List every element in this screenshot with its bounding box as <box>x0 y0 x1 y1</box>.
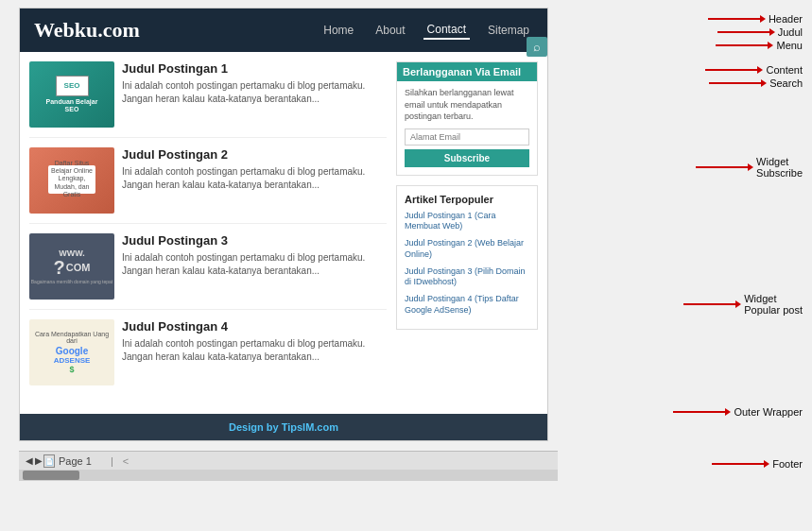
page-back-btn[interactable]: ◀ <box>25 455 34 466</box>
post-thumbnail-3: WWW. ? COM Bagaimana memilih domain yang… <box>29 233 114 300</box>
site-nav: Home About Contact Sitemap <box>320 21 533 40</box>
post-content-4: Judul Postingan 4 Ini adalah contoh post… <box>122 319 387 385</box>
post-content-1: Judul Postingan 1 Ini adalah contoh post… <box>122 61 387 128</box>
site-footer: Design by TipsIM.com <box>20 414 547 440</box>
nav-about[interactable]: About <box>371 22 408 39</box>
search-bar[interactable]: ⌕ <box>527 37 547 57</box>
scroll-area[interactable] <box>19 470 558 481</box>
thumbnail-label-1: Panduan BelajarSEO <box>46 98 98 114</box>
page-icon: 📄 <box>43 454 55 468</box>
post-thumbnail-2: Daftar Situs Belajar OnlineLengkap, Muda… <box>29 147 114 214</box>
popular-annotation: WidgetPopular post <box>683 293 803 316</box>
content-label: Content <box>766 64 803 76</box>
post-excerpt-3: Ini adalah contoh postingan pertamaku di… <box>122 251 387 278</box>
footer-link[interactable]: TipsIM.com <box>282 421 338 433</box>
post-item: WWW. ? COM Bagaimana memilih domain yang… <box>29 233 387 310</box>
header-label: Header <box>769 13 803 25</box>
post-title-3[interactable]: Judul Postingan 3 <box>122 233 387 248</box>
monitor-icon: SEO <box>56 76 89 96</box>
site-header: Webku.com Home About Contact Sitemap <box>20 9 547 52</box>
popular-item[interactable]: Judul Postingan 3 (Pilih Domain di IDweb… <box>405 266 529 288</box>
menu-annotation: Menu <box>716 40 803 51</box>
post-thumbnail-4: Cara Mendapatkan Uangdari Google ADSENSE… <box>29 319 114 385</box>
popular-item[interactable]: Judul Postingan 1 (Cara Membuat Web) <box>405 211 529 232</box>
adsense-pre-text: Cara Mendapatkan Uangdari <box>35 331 109 344</box>
page-label: Page 1 <box>59 455 92 467</box>
content-area: ⌕ SEO Panduan BelajarSEO Judul Posti <box>20 52 547 414</box>
post-excerpt-4: Ini adalah contoh postingan pertamaku di… <box>122 337 387 364</box>
bottom-bar-separator: | <box>111 455 113 467</box>
outer-wrapper-label: Outer Wrapper <box>734 406 803 418</box>
site-title: Webku.com <box>34 18 140 43</box>
question-mark: ? <box>54 258 65 277</box>
search-icon: ⌕ <box>533 40 541 54</box>
adsense-text: ADSENSE <box>54 356 91 365</box>
popular-widget-label: WidgetPopular post <box>744 293 803 316</box>
nav-contact[interactable]: Contact <box>423 21 470 40</box>
post-content-3: Judul Postingan 3 Ini adalah contoh post… <box>122 233 387 300</box>
subscribe-annotation: WidgetSubscribe <box>696 156 803 179</box>
sidebar: Berlangganan Via Email Silahkan berlangg… <box>396 61 538 404</box>
nav-home[interactable]: Home <box>320 22 357 39</box>
post-item: SEO Panduan BelajarSEO Judul Postingan 1… <box>29 61 387 138</box>
popular-title: Artikel Terpopuler <box>405 194 529 205</box>
search-label: Search <box>769 77 803 89</box>
email-input[interactable] <box>405 128 529 146</box>
page-forward-btn[interactable]: ▶ <box>34 455 43 466</box>
post-excerpt-1: Ini adalah contoh postingan pertamaku di… <box>122 79 387 106</box>
subscribe-header: Berlangganan Via Email <box>397 62 537 81</box>
header-annotation: Header <box>708 13 803 25</box>
post-excerpt-2: Ini adalah contoh postingan pertamaku di… <box>122 165 387 192</box>
subscribe-widget-label: WidgetSubscribe <box>756 156 803 179</box>
outer-wrapper-annotation: Outer Wrapper <box>673 406 803 418</box>
judul-annotation: Judul <box>717 26 803 38</box>
footer-text: Design by <box>229 421 282 433</box>
domain-sub: Bagaimana memilih domain yang tepat <box>31 279 112 284</box>
bottom-bar-right: < <box>123 455 129 467</box>
main-posts: SEO Panduan BelajarSEO Judul Postingan 1… <box>29 61 387 404</box>
bottom-bar: ◀ ▶ 📄 Page 1 | < <box>19 451 558 470</box>
widget-subscribe: Berlangganan Via Email Silahkan berlangg… <box>396 61 538 176</box>
menu-label: Menu <box>776 40 803 51</box>
content-annotation: Content <box>705 64 803 76</box>
footer-label: Footer <box>772 458 803 470</box>
search-annotation: Search <box>709 77 803 89</box>
popular-item[interactable]: Judul Postingan 2 (Web Belajar Online) <box>405 238 529 260</box>
footer-annotation: Footer <box>712 458 803 470</box>
judul-label: Judul <box>778 26 803 38</box>
subscribe-button[interactable]: Subscribe <box>405 149 529 167</box>
post-item: Cara Mendapatkan Uangdari Google ADSENSE… <box>29 319 387 395</box>
post-title-2[interactable]: Judul Postingan 2 <box>122 147 387 162</box>
popular-item[interactable]: Judul Postingan 4 (Tips Daftar Google Ad… <box>405 294 529 316</box>
post-title-4[interactable]: Judul Postingan 4 <box>122 319 387 334</box>
post-title-1[interactable]: Judul Postingan 1 <box>122 61 387 76</box>
post-thumbnail-1: SEO Panduan BelajarSEO <box>29 61 114 128</box>
dollar-icon: $ <box>69 365 74 374</box>
subscribe-desc: Silahkan berlangganan lewat email untuk … <box>405 87 529 123</box>
post-content-2: Judul Postingan 2 Ini adalah contoh post… <box>122 147 387 214</box>
scroll-thumb[interactable] <box>23 471 79 480</box>
thumb2-inner: Daftar Situs Belajar OnlineLengkap, Muda… <box>48 160 95 199</box>
google-text: Google <box>56 346 88 356</box>
widget-popular: Artikel Terpopuler Judul Postingan 1 (Ca… <box>396 185 538 331</box>
post-item: Daftar Situs Belajar OnlineLengkap, Muda… <box>29 147 387 224</box>
com-text: COM <box>66 262 91 273</box>
nav-sitemap[interactable]: Sitemap <box>484 22 533 39</box>
